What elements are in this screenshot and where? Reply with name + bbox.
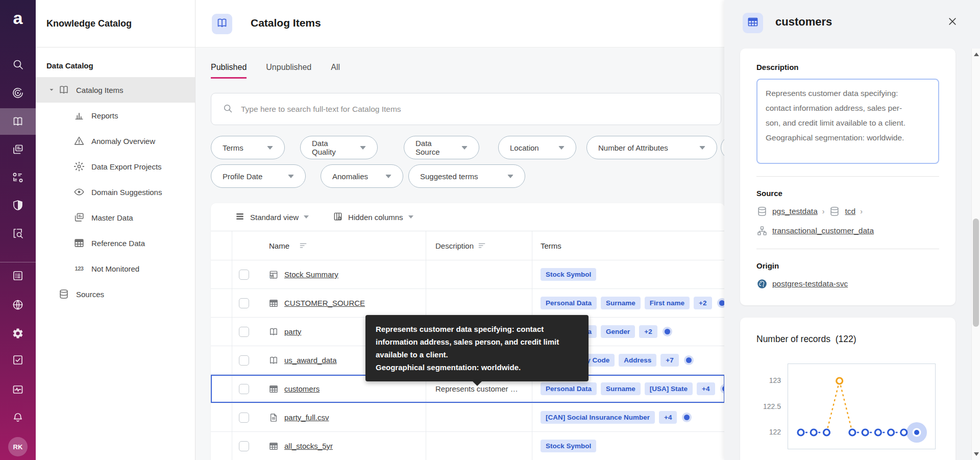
- term-chip[interactable]: Surname: [601, 297, 641, 309]
- tab-all[interactable]: All: [331, 63, 340, 79]
- warning-triangle-icon: [74, 135, 85, 147]
- sidebar-item-label: Reference Data: [91, 239, 145, 248]
- table-row[interactable]: all_stocks_5yrStock Symbol: [211, 431, 725, 460]
- filter-anomalies[interactable]: Anomalies: [321, 164, 403, 188]
- table-row[interactable]: CUSTOMER_SOURCEPersonal DataSurnameFirst…: [211, 288, 725, 317]
- source-link[interactable]: pgs_testdata: [772, 207, 818, 216]
- term-chip[interactable]: First name: [645, 297, 690, 309]
- workflow-nodes-icon[interactable]: [12, 172, 24, 184]
- table-row[interactable]: SQLStock SummaryStock Symbol: [211, 260, 725, 288]
- item-name-link[interactable]: party: [284, 327, 301, 336]
- chevron-down-icon: [558, 146, 565, 150]
- projects-clipboard-icon[interactable]: [12, 143, 24, 156]
- term-chip[interactable]: Personal Data: [541, 297, 597, 309]
- sidebar-item-sources[interactable]: Sources: [36, 281, 195, 307]
- sort-icon[interactable]: [478, 242, 486, 249]
- gutter-cell: [211, 231, 232, 260]
- row-checkbox[interactable]: [239, 270, 249, 280]
- hidden-columns-selector[interactable]: Hidden columns: [333, 211, 413, 223]
- filter-profile-date[interactable]: Profile Date: [211, 164, 306, 188]
- term-chip[interactable]: Stock Symbol: [541, 440, 596, 452]
- shield-icon[interactable]: [12, 199, 24, 211]
- term-chip[interactable]: Personal Data: [541, 382, 597, 395]
- sidebar-item-reports[interactable]: Reports: [36, 103, 195, 128]
- term-chip[interactable]: [CAN] Social Insurance Number: [541, 411, 655, 424]
- tasks-checkbox-icon[interactable]: [12, 354, 24, 366]
- terms-cell: Stock Symbol: [532, 432, 725, 460]
- sidebar-item-anomaly-overview[interactable]: Anomaly Overview: [36, 128, 195, 154]
- more-terms-chip[interactable]: +2: [639, 325, 657, 338]
- item-name-link[interactable]: party_full.csv: [284, 413, 329, 422]
- row-checkbox[interactable]: [239, 355, 249, 366]
- more-indicator-dot[interactable]: [684, 415, 690, 420]
- source-link[interactable]: transactional_customer_data: [772, 226, 874, 235]
- search-input[interactable]: [241, 105, 709, 114]
- app-logo[interactable]: a: [0, 8, 36, 28]
- sidebar-item-not-monitored[interactable]: 123Not Monitored: [36, 256, 195, 281]
- asset-details-card: Description Represents customer data spe…: [740, 49, 955, 305]
- filter-suggested-terms[interactable]: Suggested terms: [408, 164, 525, 188]
- sidebar-item-catalog-items[interactable]: Catalog Items: [36, 77, 195, 103]
- more-terms-chip[interactable]: +4: [697, 382, 715, 395]
- more-terms-chip[interactable]: +7: [660, 354, 678, 367]
- scrollbar-thumb[interactable]: [973, 219, 979, 327]
- item-name-link[interactable]: all_stocks_5yr: [284, 442, 333, 450]
- sidebar-item-reference-data[interactable]: Reference Data: [36, 230, 195, 256]
- filter-label: Terms: [223, 143, 243, 152]
- item-name-link[interactable]: customers: [284, 384, 320, 393]
- description-textarea[interactable]: Represents customer data specifying: con…: [756, 79, 939, 164]
- table-row[interactable]: party_full.csv[CAN] Social Insurance Num…: [211, 403, 725, 431]
- row-checkbox[interactable]: [239, 413, 249, 423]
- search-icon[interactable]: [12, 58, 24, 70]
- row-checkbox[interactable]: [239, 384, 249, 394]
- term-chip[interactable]: Stock Symbol: [541, 268, 596, 281]
- row-checkbox[interactable]: [239, 441, 249, 451]
- list-panel-icon[interactable]: [12, 270, 24, 282]
- monitoring-pulse-icon[interactable]: [12, 383, 24, 396]
- view-selector[interactable]: Standard view: [235, 211, 309, 223]
- filter-number-of-attributes[interactable]: Number of Attributes: [586, 136, 717, 159]
- sidebar-item-master-data[interactable]: Master Data: [36, 205, 195, 230]
- notifications-bell-icon[interactable]: [12, 411, 24, 424]
- term-chip[interactable]: Surname: [601, 382, 641, 395]
- column-header-description[interactable]: Description: [426, 231, 532, 260]
- more-indicator-dot[interactable]: [719, 300, 725, 306]
- term-chip[interactable]: [USA] State: [645, 382, 693, 395]
- tab-published[interactable]: Published: [211, 63, 247, 79]
- item-name-link[interactable]: CUSTOMER_SOURCE: [284, 299, 365, 307]
- sidebar-item-data-export-projects[interactable]: Data Export Projects: [36, 154, 195, 179]
- chevron-down-icon[interactable]: [45, 87, 58, 93]
- filter-data-source[interactable]: Data Source: [404, 136, 479, 159]
- sort-icon[interactable]: [300, 242, 307, 249]
- close-button[interactable]: [945, 15, 960, 30]
- column-header-name[interactable]: Name: [255, 231, 426, 260]
- avatar[interactable]: RK: [8, 437, 28, 456]
- more-terms-chip[interactable]: +4: [659, 411, 677, 424]
- item-name-link[interactable]: us_award_data: [284, 356, 337, 365]
- settings-gear-icon[interactable]: [12, 327, 24, 340]
- origin-link[interactable]: postgres-testdata-svc: [772, 279, 848, 288]
- audit-search-icon[interactable]: [12, 227, 24, 239]
- filter-data-quality[interactable]: Data Quality: [300, 136, 378, 159]
- source-link[interactable]: tcd: [845, 207, 855, 216]
- catalog-book-icon[interactable]: [12, 115, 24, 128]
- item-name-link[interactable]: Stock Summary: [284, 270, 338, 279]
- column-header-terms[interactable]: Terms: [532, 231, 725, 260]
- term-chip[interactable]: Gender: [601, 325, 635, 338]
- scroll-up-arrow[interactable]: [974, 53, 979, 56]
- sidebar-item-domain-suggestions[interactable]: Domain Suggestions: [36, 179, 195, 205]
- globe-icon[interactable]: [12, 299, 24, 311]
- database-icon: [756, 206, 768, 217]
- scroll-down-arrow[interactable]: [974, 452, 979, 456]
- more-indicator-dot[interactable]: [686, 357, 692, 363]
- row-checkbox[interactable]: [239, 298, 249, 308]
- row-checkbox[interactable]: [239, 327, 249, 337]
- data-quality-swirl-icon[interactable]: [12, 87, 24, 99]
- term-chip[interactable]: Address: [619, 354, 656, 367]
- filter-terms[interactable]: Terms: [211, 136, 285, 159]
- more-indicator-dot[interactable]: [665, 329, 670, 334]
- more-terms-chip[interactable]: +2: [694, 297, 712, 309]
- panel-scrollbar[interactable]: [971, 49, 980, 460]
- tab-unpublished[interactable]: Unpublished: [266, 63, 311, 79]
- filter-location[interactable]: Location: [498, 136, 576, 159]
